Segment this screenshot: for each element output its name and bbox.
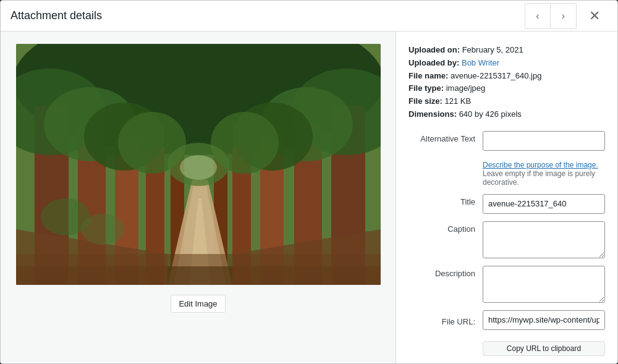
- details-panel: Uploaded on: February 5, 2021 Uploaded b…: [396, 32, 617, 363]
- title-group: Title: [408, 194, 605, 214]
- file-size-value: 121 KB: [445, 96, 472, 106]
- image-panel: Edit Image: [1, 32, 396, 363]
- file-size-label: File size:: [408, 96, 442, 106]
- file-type-label: File type:: [408, 83, 444, 93]
- description-group: Description: [408, 266, 605, 303]
- nav-buttons: ‹ ›: [525, 3, 577, 29]
- description-label: Description: [408, 266, 483, 278]
- modal-title: Attachment details: [11, 9, 525, 22]
- alt-text-label: Alternative Text: [408, 131, 483, 143]
- uploaded-on-value: February 5, 2021: [462, 45, 523, 54]
- alt-text-hint: Describe the purpose of the image. Leave…: [483, 161, 605, 187]
- alt-text-hint-suffix: Leave empty if the image is purely decor…: [483, 169, 595, 187]
- caption-input[interactable]: [483, 221, 605, 258]
- title-input[interactable]: [483, 194, 605, 214]
- file-name-value: avenue-2215317_640.jpg: [451, 71, 541, 80]
- file-name-label: File name:: [408, 71, 448, 80]
- file-url-input[interactable]: [483, 310, 605, 330]
- next-button[interactable]: ›: [551, 3, 577, 29]
- edit-image-button[interactable]: Edit Image: [171, 295, 225, 313]
- modal-header: Attachment details ‹ › ✕: [1, 1, 617, 32]
- dimensions-label: Dimensions:: [408, 109, 457, 119]
- attachment-modal: Attachment details ‹ › ✕: [0, 0, 618, 364]
- file-url-label: File URL:: [408, 314, 483, 326]
- description-input[interactable]: [483, 266, 605, 303]
- caption-label: Caption: [408, 221, 483, 234]
- caption-group: Caption: [408, 221, 605, 258]
- prev-button[interactable]: ‹: [525, 3, 551, 29]
- svg-point-31: [81, 214, 124, 245]
- file-info: Uploaded on: February 5, 2021 Uploaded b…: [408, 44, 605, 121]
- uploaded-on-label: Uploaded on:: [408, 45, 460, 54]
- copy-url-button[interactable]: Copy URL to clipboard: [483, 341, 605, 356]
- alt-text-hint-link[interactable]: Describe the purpose of the image.: [483, 161, 598, 169]
- alt-text-input[interactable]: [483, 131, 605, 151]
- file-url-group: File URL:: [408, 310, 605, 330]
- file-type-value: image/jpeg: [446, 83, 486, 93]
- close-button[interactable]: ✕: [582, 3, 607, 29]
- title-label: Title: [408, 194, 483, 206]
- svg-point-29: [180, 155, 217, 180]
- modal-body: Edit Image Uploaded on: February 5, 2021…: [1, 32, 617, 363]
- dimensions-value: 640 by 426 pixels: [459, 109, 522, 119]
- alt-text-group: Alternative Text: [408, 131, 605, 151]
- uploaded-by-label: Uploaded by:: [408, 58, 459, 67]
- uploaded-by-link[interactable]: Bob Writer: [462, 58, 499, 67]
- image-preview: [16, 44, 381, 285]
